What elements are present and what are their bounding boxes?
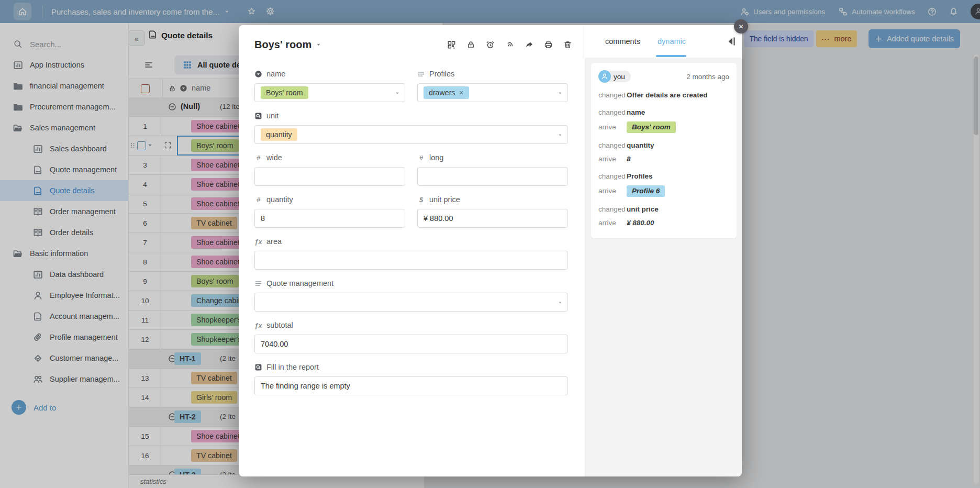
field-unit-price: $unit price¥ 880.00 [417, 195, 568, 228]
field-label: name [266, 70, 285, 78]
field-label-unit: unit [254, 111, 568, 120]
input-subtotal[interactable]: 7040.00 [254, 335, 568, 353]
entry-action: arrive [598, 186, 627, 196]
printer-icon[interactable] [544, 40, 553, 49]
share-icon[interactable] [525, 40, 533, 49]
qr-code-icon[interactable] [447, 40, 456, 49]
activity-entry: arrive8 [598, 154, 729, 164]
field-label-quantity: #quantity [254, 195, 405, 204]
field-label-wide: #wide [254, 153, 405, 162]
entry-action: arrive [598, 154, 627, 164]
activity-entries: changedOffer details are createdchangedn… [598, 91, 729, 228]
lookup-field-icon [254, 363, 262, 371]
entry-value: Boys' room [627, 121, 676, 133]
activity-entry: arriveProfile 6 [598, 185, 729, 197]
field-label-quote-management: Quote management [254, 279, 568, 288]
activity-entry: arrive¥ 880.00 [598, 218, 729, 228]
entry-action: changed [598, 91, 627, 100]
activity-entry: changedquantity [598, 141, 729, 150]
input-wide[interactable] [254, 167, 405, 186]
field-label-unit-price: $unit price [417, 195, 568, 204]
field-wide: #wide [254, 153, 405, 186]
field-label-area: ƒxarea [254, 237, 568, 246]
field-row: #wide#long [254, 153, 568, 186]
dropdown-caret-icon[interactable] [558, 91, 563, 96]
close-modal-button[interactable]: ✕ [734, 19, 748, 34]
field-value: ¥ 880.00 [424, 214, 453, 223]
activity-timestamp: 2 months ago [686, 73, 729, 81]
field-quote-management: Quote management [254, 279, 568, 312]
remove-tag-icon[interactable]: ✕ [459, 90, 463, 96]
chevron-down-icon[interactable] [316, 42, 321, 48]
activity-entry: changedOffer details are created [598, 91, 729, 100]
broadcast-icon[interactable] [505, 40, 514, 49]
entry-value: 8 [627, 154, 631, 164]
field-unit: unitquantity [254, 111, 568, 144]
tag-label: Profile 6 [632, 186, 660, 196]
input-unit-price[interactable]: ¥ 880.00 [417, 209, 568, 228]
record-actions [447, 40, 572, 49]
field-label-name: name [254, 69, 405, 79]
field-value: 7040.00 [261, 340, 288, 348]
input-unit[interactable]: quantity [254, 125, 568, 144]
entry-action: changed [598, 108, 627, 117]
entry-action: changed [598, 141, 627, 150]
dropdown-caret-icon[interactable] [558, 300, 563, 305]
field-value: 8 [261, 214, 265, 223]
entry-value: Profile 6 [627, 185, 665, 197]
field-label: Fill in the report [266, 363, 319, 371]
app-window: Purchases, sales and inventory come from… [0, 0, 980, 488]
input-name[interactable]: Boys' room [254, 83, 405, 102]
entry-value: Offer details are created [627, 91, 708, 100]
active-tab-underline [656, 55, 686, 57]
activity-card: you 2 months ago changedOffer details ar… [591, 63, 737, 238]
record-fields: nameBoys' roomProfilesdrawers✕unitquanti… [239, 69, 585, 395]
entry-value: ¥ 880.00 [627, 218, 654, 228]
user-avatar [598, 70, 611, 83]
activity-tabs: comments dynamic [585, 25, 742, 58]
tag-label: quantity [266, 130, 292, 139]
tag-profile-6: Profile 6 [627, 185, 665, 197]
field-row: Fill in the reportThe finding range is e… [254, 362, 568, 395]
field-profiles: Profilesdrawers✕ [417, 69, 568, 102]
entry-action: arrive [598, 123, 627, 132]
multiselect-field-icon [417, 70, 425, 78]
tag-quantity: quantity [261, 128, 297, 141]
input-area[interactable] [254, 251, 568, 270]
input-profiles[interactable]: drawers✕ [417, 83, 568, 102]
input-long[interactable] [417, 167, 568, 186]
field-row: Quote management [254, 279, 568, 312]
field-fill-in-the-report: Fill in the reportThe finding range is e… [254, 362, 568, 395]
dropdown-caret-icon[interactable] [395, 91, 400, 96]
record-title[interactable]: Boys' room [254, 39, 311, 51]
field-subtotal: ƒxsubtotal7040.00 [254, 320, 568, 353]
tab-comments[interactable]: comments [605, 25, 640, 58]
record-header: Boys' room [239, 25, 585, 55]
trash-icon[interactable] [563, 40, 572, 49]
field-label: area [266, 237, 282, 246]
tab-dynamic[interactable]: dynamic [658, 25, 686, 58]
input-quantity[interactable]: 8 [254, 209, 405, 228]
collapse-panel-icon[interactable] [726, 36, 737, 47]
field-label: quantity [266, 195, 293, 204]
activity-entry: changedname [598, 108, 729, 117]
alarm-icon[interactable] [486, 40, 495, 49]
activity-entry: changedProfiles [598, 172, 729, 181]
select-field-icon [254, 70, 262, 78]
field-label: Quote management [266, 279, 333, 287]
lock-icon[interactable] [466, 40, 475, 49]
number-field-icon: # [254, 196, 262, 204]
entry-value: unit price [627, 205, 659, 214]
input-quote-management[interactable] [254, 293, 568, 312]
activity-entry: changedunit price [598, 205, 729, 214]
field-long: #long [417, 153, 568, 186]
tag-label: Boys' room [266, 88, 303, 97]
field-name: nameBoys' room [254, 69, 405, 102]
dropdown-caret-icon[interactable] [558, 132, 563, 138]
field-area: ƒxarea [254, 237, 568, 270]
field-row: nameBoys' roomProfilesdrawers✕ [254, 69, 568, 102]
field-label-profiles: Profiles [417, 69, 568, 79]
field-row: unitquantity [254, 111, 568, 144]
input-fill-in-the-report[interactable]: The finding range is empty [254, 376, 568, 395]
tag-label: Boys' room [632, 123, 671, 132]
